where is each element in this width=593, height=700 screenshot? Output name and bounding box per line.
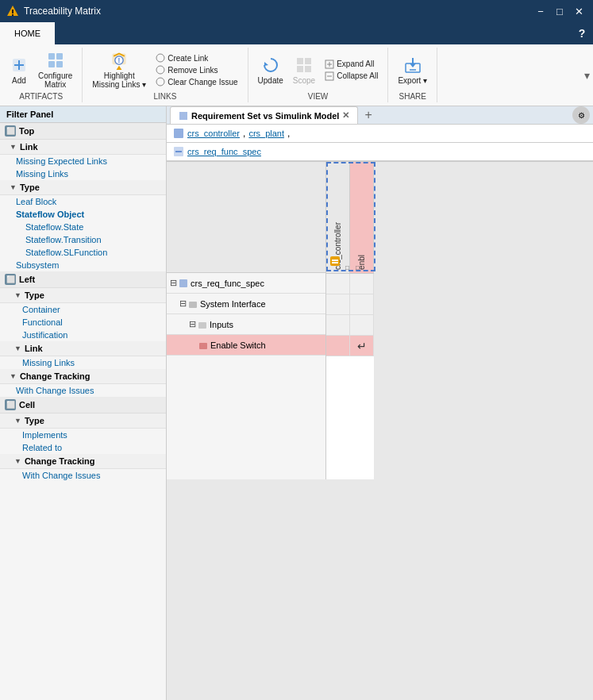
svg-rect-30: [179, 112, 187, 120]
svg-marker-28: [410, 63, 416, 67]
link-triangle: ▼: [10, 143, 17, 151]
filter-stateflow-object[interactable]: Stateflow Object: [0, 208, 166, 221]
export-label: Export ▾: [398, 76, 427, 85]
highlight-missing-icon: !: [110, 51, 129, 70]
filter-section-cell-change[interactable]: ▼ Change Tracking: [0, 454, 166, 469]
filter-justification[interactable]: Justification: [0, 329, 166, 341]
row-label-system-interface: ⊟ System Interface: [167, 294, 325, 314]
svg-rect-35: [189, 302, 197, 308]
col-marker-1: □: [345, 264, 349, 271]
close-button[interactable]: ✕: [571, 3, 587, 19]
filter-sf-slfunction[interactable]: Stateflow.SLFunction: [0, 246, 166, 259]
svg-point-15: [156, 66, 164, 74]
filter-sf-state[interactable]: Stateflow.State: [0, 221, 166, 233]
filter-leaf-block[interactable]: Leaf Block: [0, 195, 166, 208]
highlight-missing-links-button[interactable]: ! HighlightMissing Links ▾: [89, 49, 149, 90]
filter-panel-title: Filter Panel: [6, 110, 53, 119]
svg-text:!: !: [118, 56, 121, 64]
filter-implements[interactable]: Implements: [0, 429, 166, 441]
col-header-enbl: enbl: [350, 162, 374, 273]
filter-section-type[interactable]: ▼ Type: [0, 180, 166, 195]
export-button[interactable]: Export ▾: [395, 54, 430, 87]
scope-icon: [295, 56, 314, 75]
filter-section-cell[interactable]: ⬜ Cell: [0, 397, 166, 413]
data-row-4: ↵: [326, 336, 374, 356]
filter-subsystem[interactable]: Subsystem: [0, 259, 166, 271]
type-triangle: ▼: [10, 183, 17, 191]
filter-panel-header: Filter Panel: [0, 106, 166, 123]
ribbon-group-view: Update Scope: [248, 48, 389, 102]
data-row-3: [326, 315, 374, 336]
cell-change-triangle: ▼: [14, 457, 21, 465]
row-icon-3: [198, 320, 207, 329]
filter-cell-change-issues[interactable]: With Change Issues: [0, 469, 166, 482]
tab-requirement-set[interactable]: Requirement Set vs Simulink Model ✕: [170, 106, 358, 124]
filter-section-change-tracking[interactable]: ▼ Change Tracking: [0, 369, 166, 384]
filter-section-cell-type[interactable]: ▼ Type: [0, 413, 166, 429]
clear-change-label: Clear Change Issue: [168, 78, 237, 87]
filter-section-left[interactable]: ⬜ Left: [0, 271, 166, 288]
update-button[interactable]: Update: [255, 54, 287, 87]
minimize-button[interactable]: −: [533, 3, 549, 19]
cell-4-1: [326, 336, 350, 356]
svg-rect-37: [199, 343, 207, 349]
header-icon-2: [173, 146, 184, 157]
tab-icon: [179, 111, 188, 121]
filter-section-top[interactable]: ⬜ Top: [0, 123, 166, 140]
expand-collapse-buttons: Expand All Collapse All: [322, 59, 381, 82]
left-type-triangle: ▼: [14, 291, 21, 299]
filter-functional[interactable]: Functional: [0, 316, 166, 329]
row-label-inputs: ⊟ Inputs: [167, 314, 325, 335]
svg-rect-34: [179, 279, 187, 287]
cell-type-triangle: ▼: [14, 417, 21, 425]
scope-button[interactable]: Scope: [290, 54, 318, 87]
configure-matrix-button[interactable]: ConfigureMatrix: [35, 49, 75, 90]
update-icon: [261, 56, 280, 75]
filter-with-change-issues[interactable]: With Change Issues: [0, 384, 166, 397]
remove-links-button[interactable]: Remove Links: [152, 64, 241, 75]
filter-sf-transition[interactable]: Stateflow.Transition: [0, 233, 166, 246]
row-label-text-4: Enable Switch: [210, 340, 266, 350]
tab-home[interactable]: HOME: [0, 22, 55, 44]
matrix-area[interactable]: ⊟ crs_req_func_spec ⊟ System Interface ⊟: [167, 162, 593, 700]
filter-section-left-link[interactable]: ▼ Link: [0, 341, 166, 356]
collapse-all-label: Collapse All: [337, 71, 378, 80]
header-link-crs-req-func-spec[interactable]: crs_req_func_spec: [187, 147, 261, 156]
filter-section-left-type[interactable]: ▼ Type: [0, 288, 166, 303]
artifacts-buttons: Add ConfigureMatrix: [6, 49, 75, 90]
tab-settings-button[interactable]: ⚙: [572, 106, 590, 124]
left-section-label: Left: [19, 275, 35, 284]
type-section-label: Type: [20, 183, 40, 192]
link-section-label: Link: [20, 142, 38, 152]
tab-add-button[interactable]: +: [360, 106, 376, 124]
filter-section-link[interactable]: ▼ Link: [0, 140, 166, 155]
filter-container[interactable]: Container: [0, 303, 166, 316]
links-group-label: LINKS: [154, 92, 177, 101]
header-link-crs-controller[interactable]: crs_controller: [187, 129, 240, 138]
content-area: Requirement Set vs Simulink Model ✕ + ⚙ …: [167, 106, 593, 700]
tab-close-button[interactable]: ✕: [342, 110, 349, 121]
clear-change-issue-button[interactable]: Clear Change Issue: [152, 76, 241, 87]
help-button[interactable]: ?: [571, 22, 593, 44]
add-label: Add: [12, 76, 26, 85]
main-area: Filter Panel ⬜ Top ▼ Link Missing Expect…: [0, 106, 593, 700]
ribbon-collapse-button[interactable]: ▾: [584, 69, 590, 82]
header-link-crs-plant[interactable]: crs_plant: [248, 129, 284, 138]
maximize-button[interactable]: □: [552, 3, 568, 19]
ribbon-content: Add ConfigureMatrix ARTIFACTS: [0, 44, 593, 106]
create-link-button[interactable]: Create Link: [152, 52, 241, 63]
matrix-header-row-2: crs_req_func_spec: [167, 143, 593, 162]
matrix-row-labels: ⊟ crs_req_func_spec ⊟ System Interface ⊟: [167, 162, 326, 479]
add-icon: [10, 56, 29, 75]
add-button[interactable]: Add: [6, 54, 32, 87]
filter-missing-links-2[interactable]: Missing Links: [0, 356, 166, 369]
cell-section-icon: ⬜: [5, 399, 16, 410]
row-icon-1: [179, 279, 188, 288]
expand-all-button[interactable]: Expand All: [322, 59, 381, 70]
matrix-header-row: crs_controller, crs_plant,: [167, 125, 593, 143]
filter-missing-links[interactable]: Missing Links: [0, 167, 166, 180]
filter-related-to[interactable]: Related to: [0, 441, 166, 454]
collapse-all-button[interactable]: Collapse All: [322, 71, 381, 82]
filter-missing-expected-links[interactable]: Missing Expected Links: [0, 155, 166, 167]
svg-point-14: [156, 54, 164, 62]
